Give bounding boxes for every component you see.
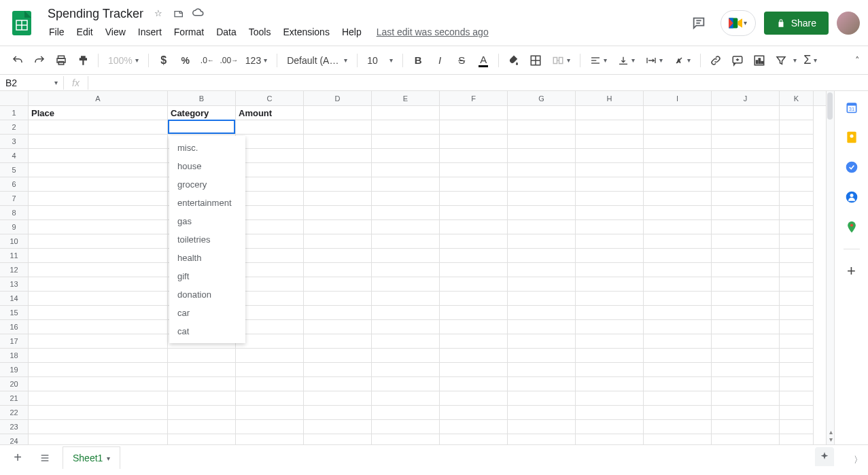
cloud-status-icon[interactable] — [192, 8, 205, 20]
cell[interactable] — [576, 234, 644, 249]
cell[interactable] — [712, 106, 780, 120]
chevron-down-icon[interactable]: ▾ — [793, 56, 797, 64]
cell[interactable] — [236, 177, 304, 192]
merge-dropdown[interactable]: ▾ — [548, 52, 574, 69]
cell[interactable] — [236, 406, 304, 420]
cell[interactable] — [780, 306, 814, 320]
cell[interactable] — [712, 292, 780, 306]
cell[interactable] — [712, 377, 780, 391]
cell[interactable] — [508, 135, 576, 149]
cell[interactable] — [236, 334, 304, 349]
cell[interactable] — [304, 420, 372, 434]
cell[interactable] — [168, 363, 236, 377]
cell[interactable] — [236, 135, 304, 149]
cell[interactable] — [644, 177, 712, 192]
cell[interactable] — [780, 391, 814, 406]
scroll-thumb[interactable] — [827, 92, 833, 120]
increase-decimal-icon[interactable]: .00→ — [220, 51, 239, 70]
cell[interactable] — [780, 135, 814, 149]
cell[interactable] — [168, 434, 236, 444]
cell[interactable] — [236, 391, 304, 406]
side-panel-toggle-icon[interactable]: 〉 — [854, 454, 863, 466]
scroll-up-icon[interactable]: ▴ — [829, 428, 833, 436]
dropdown-item[interactable]: toiletries — [169, 230, 245, 249]
add-sheet-button[interactable]: + — [8, 448, 27, 468]
cell[interactable] — [372, 406, 440, 420]
cell[interactable] — [372, 292, 440, 306]
cell[interactable] — [304, 163, 372, 177]
cell[interactable] — [29, 363, 168, 377]
menu-file[interactable]: File — [44, 24, 70, 40]
row-header[interactable]: 6 — [0, 177, 28, 192]
cell[interactable] — [29, 320, 168, 334]
cell[interactable] — [576, 263, 644, 277]
cell[interactable] — [644, 306, 712, 320]
cell[interactable] — [576, 349, 644, 363]
dropdown-item[interactable]: car — [169, 304, 245, 322]
cell[interactable] — [304, 434, 372, 444]
cell[interactable] — [440, 106, 508, 120]
bold-icon[interactable]: B — [409, 51, 428, 70]
cell[interactable] — [644, 149, 712, 163]
cell[interactable] — [508, 177, 576, 192]
cell[interactable] — [304, 306, 372, 320]
cell[interactable] — [508, 263, 576, 277]
cell[interactable] — [304, 349, 372, 363]
cell[interactable] — [644, 434, 712, 444]
cell[interactable] — [236, 306, 304, 320]
zoom-dropdown[interactable]: 100%▾ — [104, 52, 143, 69]
cell[interactable] — [508, 406, 576, 420]
cell[interactable] — [440, 306, 508, 320]
cell[interactable] — [440, 434, 508, 444]
cell[interactable] — [236, 149, 304, 163]
cell[interactable]: Place — [29, 106, 168, 120]
cell[interactable] — [372, 106, 440, 120]
cell[interactable] — [372, 320, 440, 334]
fill-color-icon[interactable] — [504, 51, 523, 70]
cell[interactable] — [644, 263, 712, 277]
cell[interactable] — [780, 349, 814, 363]
rotate-dropdown[interactable]: A▾ — [670, 52, 695, 69]
cell[interactable] — [712, 120, 780, 135]
cell[interactable] — [712, 306, 780, 320]
cell[interactable] — [508, 120, 576, 135]
cell[interactable] — [236, 163, 304, 177]
cell[interactable] — [644, 406, 712, 420]
dropdown-item[interactable]: cat — [169, 322, 245, 340]
row-header[interactable]: 13 — [0, 277, 28, 292]
cell[interactable] — [508, 306, 576, 320]
cell[interactable] — [304, 377, 372, 391]
cell[interactable] — [236, 234, 304, 249]
menu-help[interactable]: Help — [336, 24, 367, 40]
cell[interactable] — [236, 206, 304, 220]
percent-icon[interactable]: % — [176, 51, 195, 70]
cell[interactable] — [440, 120, 508, 135]
cell[interactable] — [712, 349, 780, 363]
cell[interactable] — [576, 106, 644, 120]
tasks-icon[interactable] — [844, 159, 860, 175]
col-header-i[interactable]: I — [644, 91, 712, 105]
cell[interactable] — [304, 263, 372, 277]
cell[interactable] — [780, 192, 814, 206]
calendar-icon[interactable]: 31 — [844, 99, 860, 116]
cell[interactable] — [440, 177, 508, 192]
cell[interactable] — [440, 249, 508, 263]
cell[interactable] — [304, 292, 372, 306]
cell[interactable] — [168, 349, 236, 363]
cell[interactable] — [236, 220, 304, 234]
cell[interactable] — [780, 292, 814, 306]
col-header-f[interactable]: F — [440, 91, 508, 105]
menu-view[interactable]: View — [100, 24, 131, 40]
row-header[interactable]: 23 — [0, 420, 28, 434]
cell[interactable] — [780, 106, 814, 120]
text-color-icon[interactable]: A — [474, 51, 493, 70]
dropdown-item[interactable]: health — [169, 249, 245, 267]
cell[interactable]: Category — [168, 106, 236, 120]
row-header[interactable]: 22 — [0, 406, 28, 420]
cell[interactable] — [576, 363, 644, 377]
cell[interactable] — [712, 406, 780, 420]
cell[interactable] — [712, 263, 780, 277]
cell[interactable] — [508, 149, 576, 163]
dropdown-item[interactable]: donation — [169, 285, 245, 304]
cell[interactable] — [576, 177, 644, 192]
